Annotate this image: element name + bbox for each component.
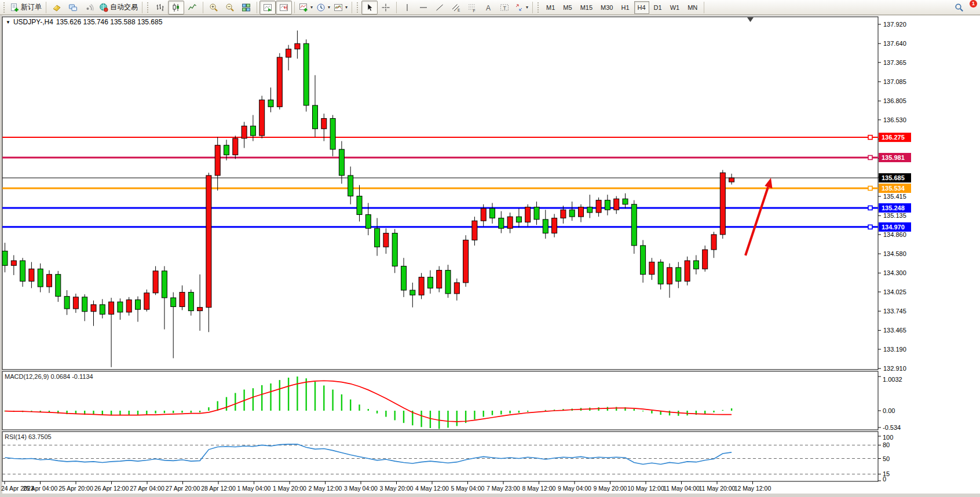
dropdown-caret-icon[interactable]: ▾ <box>526 5 528 10</box>
templates-button[interactable]: ▾ <box>332 1 349 14</box>
horizontal-line-button[interactable] <box>415 1 432 14</box>
timeframe-w1-button[interactable]: W1 <box>667 1 683 14</box>
cursor-icon <box>365 3 374 12</box>
line-anchor-handle[interactable] <box>868 136 872 140</box>
svg-text:133.465: 133.465 <box>883 327 906 334</box>
svg-text:25 Apr 20:00: 25 Apr 20:00 <box>58 485 93 492</box>
indicators-button[interactable]: ▾ <box>297 1 315 14</box>
svg-text:0.00: 0.00 <box>883 407 895 414</box>
timeframe-d1-button[interactable]: D1 <box>650 1 665 14</box>
svg-text:137.365: 137.365 <box>883 59 906 66</box>
macd-pane[interactable] <box>2 371 878 430</box>
toolbar: 新订单自动交易▾▾▾EFAT▾M1M5M15M30H1H4D1W1MN1 <box>0 0 980 15</box>
search-button[interactable] <box>951 1 967 14</box>
fibonacci-icon: F <box>467 3 477 12</box>
vertical-line-button[interactable] <box>399 1 415 14</box>
fibonacci-button[interactable]: F <box>464 1 480 14</box>
svg-text:137.085: 137.085 <box>883 78 906 85</box>
toolbar-right-group: 1 <box>951 1 979 14</box>
timeframe-m30-button[interactable]: M30 <box>597 1 616 14</box>
svg-text:5 May 04:00: 5 May 04:00 <box>451 485 485 492</box>
bar-chart-button[interactable] <box>152 1 168 14</box>
svg-text:1 May 04:00: 1 May 04:00 <box>237 485 271 492</box>
main-pane[interactable] <box>2 17 878 370</box>
svg-text:11 May 20:00: 11 May 20:00 <box>699 485 736 492</box>
svg-text:9 May 04:00: 9 May 04:00 <box>558 485 591 492</box>
toolbar-separator <box>532 2 533 13</box>
arrows-button[interactable]: ▾ <box>513 1 530 14</box>
zoom-in-icon <box>209 3 218 12</box>
timeframe-m1-button[interactable]: M1 <box>543 1 558 14</box>
svg-text:137.640: 137.640 <box>883 40 906 47</box>
chart-title: ▼ USDJPY-,H4 135.626 135.746 135.588 135… <box>6 18 162 26</box>
arrows-icon <box>514 3 524 12</box>
candlestick-chart-button[interactable] <box>168 1 184 14</box>
timeframe-h4-button[interactable]: H4 <box>634 1 649 14</box>
line-anchor-handle[interactable] <box>868 186 872 190</box>
toolbar-separator <box>257 2 257 13</box>
line-chart-icon <box>188 3 197 12</box>
auto-trading-button[interactable]: 自动交易 <box>97 1 140 14</box>
zoom-out-button[interactable] <box>222 1 238 14</box>
price-chart[interactable]: 137.920137.640137.365137.085136.805136.5… <box>0 0 980 497</box>
search-icon <box>955 3 964 12</box>
svg-text:132.910: 132.910 <box>883 365 906 372</box>
periods-button[interactable]: ▾ <box>315 1 332 14</box>
cursor-button[interactable] <box>361 1 378 14</box>
svg-text:134.300: 134.300 <box>883 269 906 276</box>
svg-text:T: T <box>503 5 507 10</box>
svg-text:7 May 23:00: 7 May 23:00 <box>487 485 520 492</box>
toolbar-grip <box>357 2 359 13</box>
equidistant-channel-button[interactable]: E <box>448 1 464 14</box>
svg-text:26 Apr 12:00: 26 Apr 12:00 <box>94 485 129 492</box>
templates-icon <box>334 3 343 12</box>
svg-text:3 May 04:00: 3 May 04:00 <box>344 485 378 492</box>
new-order-button[interactable]: 新订单 <box>8 1 43 14</box>
signals-button[interactable] <box>81 1 97 14</box>
toolbar-separator <box>396 2 397 13</box>
dropdown-caret-icon[interactable]: ▾ <box>328 5 330 10</box>
symbol-period-label: USDJPY-,H4 <box>13 18 53 26</box>
timeframe-mn-button[interactable]: MN <box>684 1 701 14</box>
trendline-button[interactable] <box>432 1 448 14</box>
profile-button[interactable] <box>49 1 65 14</box>
periods-icon <box>316 3 326 12</box>
toolbar-grip <box>147 2 149 13</box>
tile-windows-button[interactable] <box>238 1 254 14</box>
chart-shift-button[interactable] <box>276 1 292 14</box>
svg-text:135.248: 135.248 <box>882 204 905 211</box>
candlestick-chart-icon <box>171 3 181 12</box>
timeframe-m15-button[interactable]: M15 <box>577 1 596 14</box>
svg-text:10 May 12:00: 10 May 12:00 <box>627 485 664 492</box>
dropdown-caret-icon[interactable]: ▾ <box>345 5 348 10</box>
toolbar-separator <box>46 2 46 13</box>
svg-text:1.0032: 1.0032 <box>883 376 902 383</box>
svg-text:136.805: 136.805 <box>883 97 906 104</box>
timeframe-h1-button[interactable]: H1 <box>617 1 632 14</box>
collapse-triangle-icon[interactable]: ▼ <box>6 20 10 25</box>
toolbar-grip <box>3 2 6 13</box>
zoom-in-button[interactable] <box>206 1 222 14</box>
line-anchor-handle[interactable] <box>868 155 872 159</box>
auto-scroll-icon <box>263 3 272 12</box>
toolbar-separator <box>203 2 203 13</box>
crosshair-button[interactable] <box>378 1 394 14</box>
vertical-line-icon <box>403 3 412 12</box>
auto-trading-label: 自动交易 <box>110 2 138 12</box>
rsi-indicator-label: RSI(14) 63.7505 <box>5 433 52 440</box>
timeframe-m5-button[interactable]: M5 <box>560 1 575 14</box>
svg-text:135.981: 135.981 <box>882 154 905 161</box>
dropdown-caret-icon[interactable]: ▾ <box>310 5 313 10</box>
svg-text:100: 100 <box>883 434 893 441</box>
auto-trading-icon <box>99 3 108 12</box>
auto-scroll-button[interactable] <box>259 1 276 14</box>
line-anchor-handle[interactable] <box>868 206 872 210</box>
svg-text:135.415: 135.415 <box>883 193 906 200</box>
line-chart-button[interactable] <box>184 1 200 14</box>
toolbar-separator <box>704 2 704 13</box>
line-anchor-handle[interactable] <box>868 225 872 229</box>
text-label-button[interactable]: T <box>496 1 513 14</box>
text-button[interactable]: A <box>480 1 496 14</box>
svg-text:133.190: 133.190 <box>883 346 906 353</box>
mql5-community-button[interactable] <box>65 1 81 14</box>
